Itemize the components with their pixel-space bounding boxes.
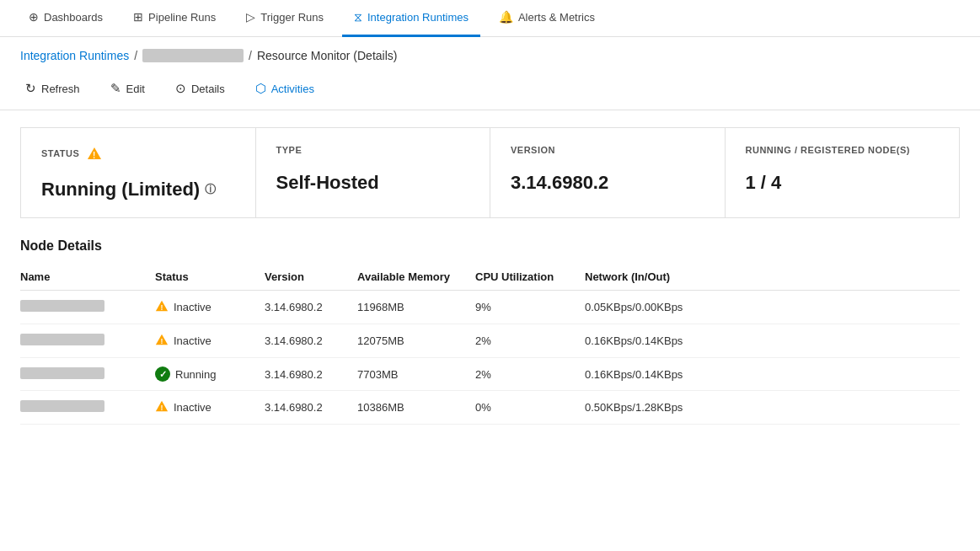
- breadcrumb-current-page: Resource Monitor (Details): [257, 49, 398, 62]
- nav-dashboards-label: Dashboards: [44, 11, 103, 24]
- svg-text:!: !: [161, 337, 163, 345]
- details-icon: ⊙: [175, 81, 186, 96]
- cell-network: 0.50KBps/1.28KBps: [585, 391, 960, 425]
- cell-cpu: 2%: [475, 358, 585, 391]
- node-details-table: Name Status Version Available Memory CPU…: [20, 264, 960, 425]
- card-status: STATUS ! Running (Limited) ⓘ: [21, 128, 256, 217]
- card-status-value: Running (Limited) ⓘ: [41, 179, 235, 201]
- cell-status: !Inactive: [155, 291, 265, 324]
- col-header-network: Network (In/Out): [585, 264, 960, 291]
- card-version-label: VERSION: [511, 145, 704, 155]
- table-row: !Inactive3.14.6980.210386MB0%0.50KBps/1.…: [20, 391, 960, 425]
- trigger-icon: ▷: [246, 10, 255, 24]
- svg-text:!: !: [161, 404, 163, 412]
- nav-alerts-metrics[interactable]: 🔔 Alerts & Metrics: [487, 0, 607, 37]
- refresh-icon: ↻: [25, 81, 36, 96]
- warning-icon: !: [155, 333, 169, 349]
- pipeline-icon: ⊞: [133, 10, 143, 24]
- node-name-redacted: [20, 334, 104, 345]
- cell-version: 3.14.6980.2: [265, 391, 357, 425]
- status-info-icon[interactable]: ⓘ: [205, 182, 216, 197]
- breadcrumb-runtime-name: [142, 49, 244, 62]
- top-navigation: ⊕ Dashboards ⊞ Pipeline Runs ▷ Trigger R…: [0, 0, 980, 37]
- cell-memory: 7703MB: [357, 358, 475, 391]
- cell-network: 0.16KBps/0.14KBps: [585, 324, 960, 358]
- success-icon: ✓: [155, 366, 170, 382]
- cell-status: ✓Running: [155, 358, 265, 391]
- alerts-icon: 🔔: [499, 10, 513, 24]
- card-type-label: TYPE: [276, 145, 470, 155]
- status-label: Inactive: [174, 301, 212, 313]
- card-type-value: Self-Hosted: [276, 172, 470, 194]
- warning-icon: !: [155, 399, 169, 415]
- svg-text:!: !: [161, 303, 163, 312]
- col-header-version: Version: [265, 264, 357, 291]
- edit-label: Edit: [126, 83, 145, 95]
- cell-memory: 10386MB: [357, 391, 475, 425]
- refresh-button[interactable]: ↻ Refresh: [20, 78, 85, 99]
- cell-network: 0.05KBps/0.00KBps: [585, 291, 960, 324]
- status-cards: STATUS ! Running (Limited) ⓘ TYPE Self-H…: [20, 127, 960, 218]
- integration-icon: ⧖: [354, 10, 362, 24]
- status-label: Inactive: [174, 401, 212, 414]
- cell-cpu: 2%: [475, 324, 585, 358]
- activities-button[interactable]: ⬡ Activities: [250, 78, 319, 99]
- edit-icon: ✎: [110, 81, 121, 96]
- table-row: !Inactive3.14.6980.211968MB9%0.05KBps/0.…: [20, 291, 960, 324]
- edit-button[interactable]: ✎ Edit: [105, 78, 150, 99]
- card-status-label: STATUS !: [41, 145, 235, 162]
- node-details-table-container: Name Status Version Available Memory CPU…: [20, 264, 960, 425]
- breadcrumb-sep-2: /: [249, 49, 252, 62]
- cell-version: 3.14.6980.2: [265, 358, 357, 391]
- nav-trigger-label: Trigger Runs: [260, 11, 324, 24]
- warning-icon: !: [155, 299, 169, 315]
- details-label: Details: [191, 83, 225, 95]
- table-row: !Inactive3.14.6980.212075MB2%0.16KBps/0.…: [20, 324, 960, 358]
- status-label: Running: [175, 368, 216, 381]
- table-body: !Inactive3.14.6980.211968MB9%0.05KBps/0.…: [20, 291, 960, 425]
- card-type: TYPE Self-Hosted: [256, 128, 491, 217]
- activities-label: Activities: [271, 83, 314, 95]
- svg-text:!: !: [93, 151, 96, 160]
- details-button[interactable]: ⊙ Details: [170, 78, 230, 99]
- col-header-memory: Available Memory: [357, 264, 475, 291]
- nav-integration-runtimes[interactable]: ⧖ Integration Runtimes: [342, 0, 480, 37]
- cell-cpu: 9%: [475, 291, 585, 324]
- cell-name: [20, 358, 155, 391]
- status-label: Inactive: [174, 334, 212, 347]
- breadcrumb-integration-runtimes-link[interactable]: Integration Runtimes: [20, 49, 129, 62]
- card-nodes: RUNNING / REGISTERED NODE(S) 1 / 4: [726, 128, 960, 217]
- card-version: VERSION 3.14.6980.2: [490, 128, 726, 217]
- breadcrumb-sep-1: /: [134, 49, 137, 62]
- node-name-redacted: [20, 367, 104, 379]
- cell-memory: 11968MB: [357, 291, 475, 324]
- toolbar: ↻ Refresh ✎ Edit ⊙ Details ⬡ Activities: [0, 71, 980, 110]
- nav-integration-label: Integration Runtimes: [367, 11, 469, 24]
- col-header-cpu: CPU Utilization: [475, 264, 585, 291]
- node-details-title: Node Details: [0, 235, 980, 264]
- cell-version: 3.14.6980.2: [265, 291, 357, 324]
- col-header-status: Status: [155, 264, 265, 291]
- cell-version: 3.14.6980.2: [265, 324, 357, 358]
- card-nodes-label: RUNNING / REGISTERED NODE(S): [746, 145, 940, 155]
- card-nodes-value: 1 / 4: [746, 172, 940, 194]
- nav-pipeline-label: Pipeline Runs: [148, 11, 216, 24]
- cell-network: 0.16KBps/0.14KBps: [585, 358, 960, 391]
- cell-status: !Inactive: [155, 324, 265, 358]
- cell-name: [20, 391, 155, 425]
- cell-name: [20, 291, 155, 324]
- nav-alerts-label: Alerts & Metrics: [518, 11, 595, 24]
- node-name-redacted: [20, 400, 104, 412]
- nav-pipeline-runs[interactable]: ⊞ Pipeline Runs: [121, 0, 228, 37]
- card-version-value: 3.14.6980.2: [511, 172, 704, 194]
- breadcrumb: Integration Runtimes / / Resource Monito…: [0, 37, 980, 71]
- col-header-name: Name: [20, 264, 155, 291]
- table-row: ✓Running3.14.6980.27703MB2%0.16KBps/0.14…: [20, 358, 960, 391]
- node-name-redacted: [20, 300, 104, 312]
- nav-dashboards[interactable]: ⊕ Dashboards: [17, 0, 115, 37]
- cell-cpu: 0%: [475, 391, 585, 425]
- status-warning-icon: !: [86, 145, 103, 162]
- refresh-label: Refresh: [41, 83, 80, 95]
- nav-trigger-runs[interactable]: ▷ Trigger Runs: [234, 0, 335, 37]
- table-header: Name Status Version Available Memory CPU…: [20, 264, 960, 291]
